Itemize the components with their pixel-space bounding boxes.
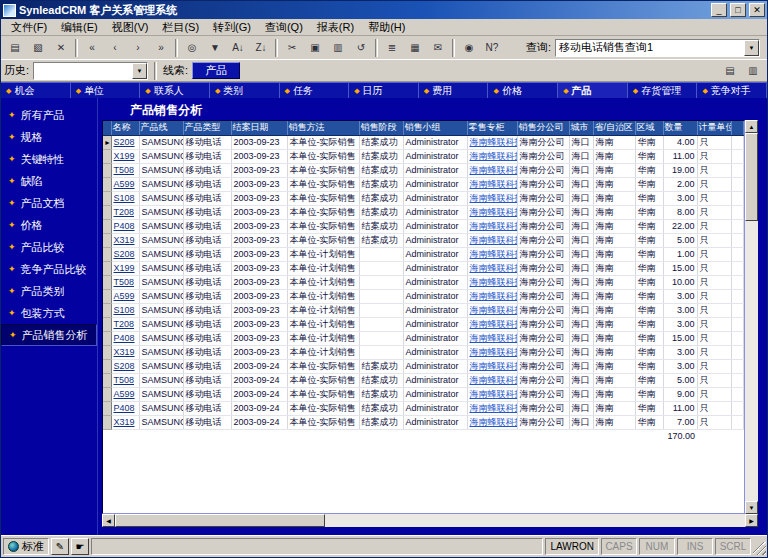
product-link[interactable]: T208 xyxy=(111,205,139,219)
new-button[interactable]: ▤ xyxy=(4,38,26,58)
scroll-down-icon[interactable]: ▼ xyxy=(745,501,758,514)
sidebar-item-包装方式[interactable]: ✦包装方式 xyxy=(1,302,97,324)
sidebar-item-产品类别[interactable]: ✦产品类别 xyxy=(1,280,97,302)
history-combobox[interactable]: ▼ xyxy=(33,62,148,80)
resize-grip[interactable] xyxy=(753,542,766,555)
product-link[interactable]: S208 xyxy=(111,247,139,261)
product-link[interactable]: X199 xyxy=(111,149,139,163)
table-row[interactable]: X319SAMSUNG移动电话2003-09-23本单位-实际销售结案成功Adm… xyxy=(103,233,744,247)
counter-link[interactable]: 海南蜂联科技 xyxy=(467,317,517,331)
tab-日历[interactable]: ◆日历 xyxy=(349,82,419,98)
vertical-scrollbar[interactable]: ▲ ▼ xyxy=(745,120,758,514)
menu-item[interactable]: 文件(F) xyxy=(4,19,54,36)
hand-icon[interactable]: ☛ xyxy=(71,538,89,555)
menu-item[interactable]: 编辑(E) xyxy=(54,19,105,36)
column-header[interactable]: 名称 xyxy=(111,121,139,135)
table-row[interactable]: S208SAMSUNG移动电话2003-09-24本单位-实际销售结案成功Adm… xyxy=(103,359,744,373)
table-row[interactable]: S108SAMSUNG移动电话2003-09-23本单位-计划销售Adminis… xyxy=(103,303,744,317)
next-record-button[interactable]: › xyxy=(127,38,149,58)
scrollbar-track[interactable] xyxy=(745,133,758,501)
column-header[interactable]: 产品线 xyxy=(139,121,183,135)
counter-link[interactable]: 海南蜂联科技 xyxy=(467,191,517,205)
sidebar-item-所有产品[interactable]: ✦所有产品 xyxy=(1,104,97,126)
product-link[interactable]: T208 xyxy=(111,317,139,331)
sidebar-item-产品销售分析[interactable]: ✦产品销售分析 xyxy=(1,324,97,346)
zoom-button[interactable]: ◎ xyxy=(181,38,203,58)
column-header[interactable]: 销售方法 xyxy=(287,121,359,135)
scrollbar-track[interactable] xyxy=(115,514,745,527)
sort-asc-button[interactable]: A↓ xyxy=(227,38,249,58)
sort-desc-button[interactable]: Z↓ xyxy=(250,38,272,58)
menu-item[interactable]: 栏目(S) xyxy=(155,19,206,36)
prev-record-button[interactable]: ‹ xyxy=(104,38,126,58)
column-header[interactable]: 销售阶段 xyxy=(359,121,403,135)
table-row[interactable]: P408SAMSUNG移动电话2003-09-23本单位-计划销售Adminis… xyxy=(103,331,744,345)
counter-link[interactable]: 海南蜂联科技 xyxy=(467,345,517,359)
counter-link[interactable]: 海南蜂联科技 xyxy=(467,163,517,177)
clue-product-button[interactable]: 产品 xyxy=(192,62,240,79)
counter-link[interactable]: 海南蜂联科技 xyxy=(467,205,517,219)
sidebar-item-价格[interactable]: ✦价格 xyxy=(1,214,97,236)
tab-类别[interactable]: ◆类别 xyxy=(210,82,280,98)
column-header[interactable]: 区域 xyxy=(635,121,663,135)
sidebar-item-竞争产品比较[interactable]: ✦竞争产品比较 xyxy=(1,258,97,280)
grid-button[interactable]: ▦ xyxy=(404,38,426,58)
table-row[interactable]: P408SAMSUNG移动电话2003-09-24本单位-实际销售结案成功Adm… xyxy=(103,401,744,415)
table-row[interactable]: T508SAMSUNG移动电话2003-09-23本单位-计划销售Adminis… xyxy=(103,275,744,289)
column-header[interactable]: 产品类型 xyxy=(183,121,231,135)
counter-link[interactable]: 海南蜂联科技 xyxy=(467,135,517,149)
tab-联系人[interactable]: ◆联系人 xyxy=(140,82,210,98)
tab-任务[interactable]: ◆任务 xyxy=(280,82,350,98)
counter-link[interactable]: 海南蜂联科技 xyxy=(467,373,517,387)
first-record-button[interactable]: « xyxy=(81,38,103,58)
column-header[interactable]: 零售专柜 xyxy=(467,121,517,135)
copy-button[interactable]: ▣ xyxy=(304,38,326,58)
scroll-up-icon[interactable]: ▲ xyxy=(745,120,758,133)
counter-link[interactable]: 海南蜂联科技 xyxy=(467,177,517,191)
counter-link[interactable]: 海南蜂联科技 xyxy=(467,275,517,289)
pen-icon[interactable]: ✎ xyxy=(51,538,69,555)
product-link[interactable]: A599 xyxy=(111,177,139,191)
menu-item[interactable]: 转到(G) xyxy=(206,19,258,36)
table-row[interactable]: X319SAMSUNG移动电话2003-09-23本单位-计划销售Adminis… xyxy=(103,345,744,359)
minimize-button[interactable]: _ xyxy=(711,3,727,17)
product-link[interactable]: X319 xyxy=(111,233,139,247)
help-button[interactable]: N? xyxy=(481,38,503,58)
table-row[interactable]: S108SAMSUNG移动电话2003-09-23本单位-实际销售结案成功Adm… xyxy=(103,191,744,205)
sidebar-item-缺陷[interactable]: ✦缺陷 xyxy=(1,170,97,192)
product-link[interactable]: P408 xyxy=(111,219,139,233)
mode-panel[interactable]: 标准 xyxy=(3,538,49,555)
horizontal-scrollbar[interactable]: ◀ ▶ xyxy=(102,514,758,527)
menu-item[interactable]: 报表(R) xyxy=(310,19,361,36)
mail-button[interactable]: ✉ xyxy=(427,38,449,58)
counter-link[interactable]: 海南蜂联科技 xyxy=(467,415,517,429)
sidebar-item-产品比较[interactable]: ✦产品比较 xyxy=(1,236,97,258)
table-row[interactable]: X319SAMSUNG移动电话2003-09-24本单位-实际销售结案成功Adm… xyxy=(103,415,744,429)
find-button[interactable]: ◉ xyxy=(458,38,480,58)
tab-机会[interactable]: ◆机会 xyxy=(1,82,71,98)
counter-link[interactable]: 海南蜂联科技 xyxy=(467,261,517,275)
table-row[interactable]: S208SAMSUNG移动电话2003-09-23本单位-计划销售Adminis… xyxy=(103,247,744,261)
column-header[interactable]: 销售小组 xyxy=(403,121,467,135)
attach-button[interactable]: ▧ xyxy=(27,38,49,58)
table-row[interactable]: A599SAMSUNG移动电话2003-09-23本单位-计划销售Adminis… xyxy=(103,289,744,303)
product-link[interactable]: A599 xyxy=(111,387,139,401)
column-header[interactable]: 数量 xyxy=(663,121,697,135)
column-header[interactable]: 销售分公司 xyxy=(517,121,569,135)
cut-button[interactable]: ✂ xyxy=(281,38,303,58)
counter-link[interactable]: 海南蜂联科技 xyxy=(467,233,517,247)
table-row[interactable]: X199SAMSUNG移动电话2003-09-23本单位-计划销售Adminis… xyxy=(103,261,744,275)
counter-link[interactable]: 海南蜂联科技 xyxy=(467,289,517,303)
menu-item[interactable]: 查询(Q) xyxy=(258,19,310,36)
product-link[interactable]: X319 xyxy=(111,415,139,429)
tab-价格[interactable]: ◆价格 xyxy=(488,82,558,98)
table-row[interactable]: T508SAMSUNG移动电话2003-09-23本单位-实际销售结案成功Adm… xyxy=(103,163,744,177)
sidebar-item-规格[interactable]: ✦规格 xyxy=(1,126,97,148)
scrollbar-thumb[interactable] xyxy=(115,514,325,527)
column-header[interactable]: 结案日期 xyxy=(231,121,287,135)
menu-item[interactable]: 帮助(H) xyxy=(361,19,412,36)
product-link[interactable]: P408 xyxy=(111,331,139,345)
print-button[interactable]: ≣ xyxy=(381,38,403,58)
scrollbar-thumb[interactable] xyxy=(745,133,758,221)
tab-竞争对手[interactable]: ◆竞争对手 xyxy=(697,82,767,98)
